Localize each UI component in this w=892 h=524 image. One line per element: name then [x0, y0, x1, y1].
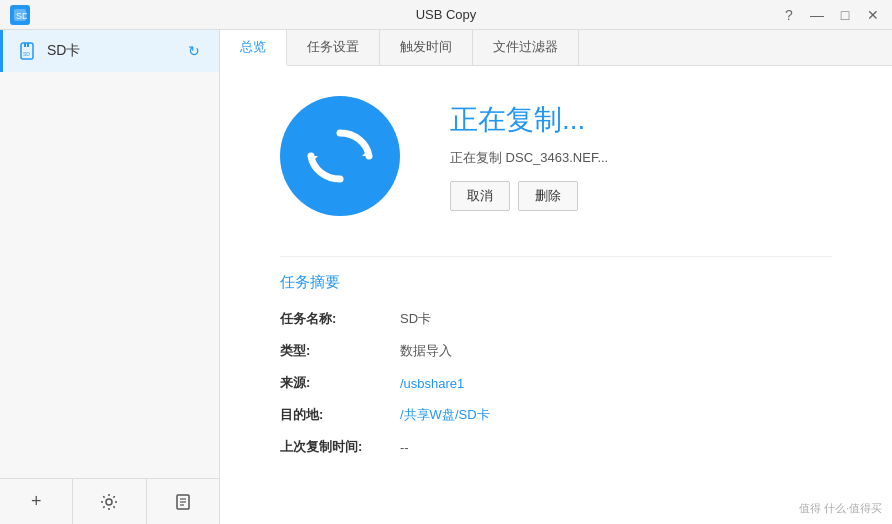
summary-label-name: 任务名称: — [280, 310, 400, 328]
svg-text:SD: SD — [16, 11, 27, 21]
minimize-button[interactable]: — — [806, 4, 828, 26]
svg-text:SD: SD — [23, 51, 30, 57]
sidebar-spacer — [0, 72, 219, 478]
svg-rect-3 — [24, 43, 26, 47]
tab-overview[interactable]: 总览 — [220, 30, 287, 66]
summary-table: 任务名称: SD卡 类型: 数据导入 来源: /usbshare1 目的地: /… — [280, 310, 832, 456]
status-actions: 取消 删除 — [450, 181, 608, 211]
summary-value-dest[interactable]: /共享W盘/SD卡 — [400, 406, 490, 424]
summary-value-name: SD卡 — [400, 310, 431, 328]
sidebar-item-sdcard[interactable]: SD SD卡 ↻ — [0, 30, 219, 72]
maximize-button[interactable]: □ — [834, 4, 856, 26]
content-body: 正在复制... 正在复制 DSC_3463.NEF... 取消 删除 任务摘要 … — [220, 66, 892, 524]
tab-task-settings[interactable]: 任务设置 — [287, 30, 380, 65]
help-button[interactable]: ? — [778, 4, 800, 26]
window-title: USB Copy — [416, 7, 477, 22]
summary-label-type: 类型: — [280, 342, 400, 360]
status-section: 正在复制... 正在复制 DSC_3463.NEF... 取消 删除 — [280, 96, 832, 216]
tab-file-filter[interactable]: 文件过滤器 — [473, 30, 579, 65]
sidebar: SD SD卡 ↻ + — [0, 30, 220, 524]
app-icon: SD — [10, 5, 30, 25]
summary-row-type: 类型: 数据导入 — [280, 342, 832, 360]
sync-icon — [305, 121, 375, 191]
summary-row-name: 任务名称: SD卡 — [280, 310, 832, 328]
summary-value-lastcopy: -- — [400, 440, 409, 455]
delete-button[interactable]: 删除 — [518, 181, 578, 211]
sidebar-item-label: SD卡 — [47, 42, 175, 60]
add-task-button[interactable]: + — [0, 479, 73, 524]
summary-label-lastcopy: 上次复制时间: — [280, 438, 400, 456]
sidebar-refresh-icon[interactable]: ↻ — [183, 40, 205, 62]
sidebar-bottom: + — [0, 478, 219, 524]
summary-section: 任务摘要 任务名称: SD卡 类型: 数据导入 来源: /usbshare1 — [280, 256, 832, 456]
sdcard-icon: SD — [17, 40, 39, 62]
log-button[interactable] — [147, 479, 219, 524]
status-subtitle: 正在复制 DSC_3463.NEF... — [450, 149, 608, 167]
content-area: 总览 任务设置 触发时间 文件过滤器 — [220, 30, 892, 524]
summary-value-type: 数据导入 — [400, 342, 452, 360]
main-container: SD SD卡 ↻ + — [0, 30, 892, 524]
status-title: 正在复制... — [450, 101, 608, 139]
summary-row-dest: 目的地: /共享W盘/SD卡 — [280, 406, 832, 424]
close-button[interactable]: ✕ — [862, 4, 884, 26]
cancel-button[interactable]: 取消 — [450, 181, 510, 211]
tab-bar: 总览 任务设置 触发时间 文件过滤器 — [220, 30, 892, 66]
summary-title: 任务摘要 — [280, 273, 832, 292]
settings-button[interactable] — [73, 479, 146, 524]
window-controls: ? — □ ✕ — [778, 4, 884, 26]
svg-point-6 — [106, 499, 112, 505]
status-info: 正在复制... 正在复制 DSC_3463.NEF... 取消 删除 — [450, 101, 608, 211]
summary-row-source: 来源: /usbshare1 — [280, 374, 832, 392]
tab-trigger-time[interactable]: 触发时间 — [380, 30, 473, 65]
svg-rect-4 — [27, 43, 29, 47]
summary-label-dest: 目的地: — [280, 406, 400, 424]
summary-row-lastcopy: 上次复制时间: -- — [280, 438, 832, 456]
summary-label-source: 来源: — [280, 374, 400, 392]
summary-value-source[interactable]: /usbshare1 — [400, 376, 464, 391]
sync-icon-container — [280, 96, 400, 216]
title-bar-icon-area: SD — [10, 5, 30, 25]
watermark: 值得 什么·值得买 — [799, 501, 882, 516]
title-bar: SD USB Copy ? — □ ✕ — [0, 0, 892, 30]
